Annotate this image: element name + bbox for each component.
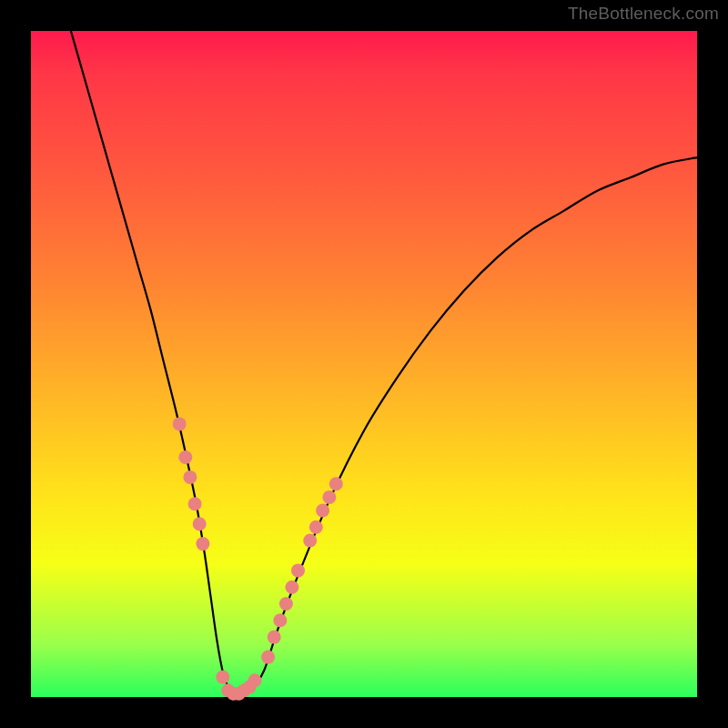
marker-dot [309, 521, 323, 534]
marker-dot [173, 417, 187, 430]
marker-dot [188, 497, 202, 511]
marker-dot [183, 470, 197, 484]
marker-group [173, 417, 343, 700]
marker-dot [316, 504, 329, 518]
bottleneck-curve [71, 31, 697, 697]
marker-dot [285, 581, 298, 594]
marker-dot [322, 490, 336, 504]
marker-dot [329, 477, 343, 490]
plot-area [31, 31, 697, 697]
marker-dot [303, 534, 317, 548]
marker-dot [196, 537, 209, 551]
watermark-text: TheBottleneck.com [568, 4, 719, 24]
curve-layer [31, 31, 697, 697]
marker-dot [216, 671, 229, 684]
marker-dot [193, 517, 207, 531]
marker-dot [178, 450, 192, 464]
marker-dot [273, 613, 287, 627]
marker-dot [291, 563, 305, 577]
chart-frame: TheBottleneck.com [0, 0, 728, 728]
marker-dot [279, 597, 293, 611]
marker-dot [268, 631, 281, 644]
marker-dot [248, 673, 262, 687]
marker-dot [261, 651, 275, 664]
